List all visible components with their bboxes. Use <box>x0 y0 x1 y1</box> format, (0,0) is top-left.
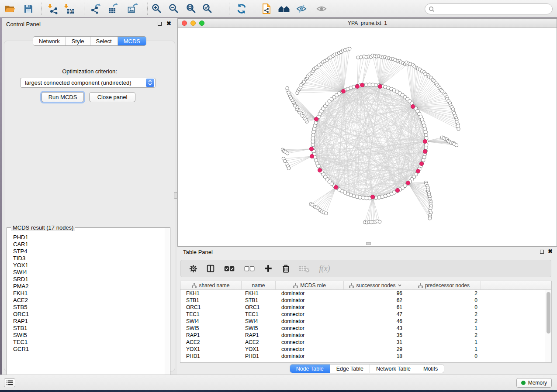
cell: TEC1 <box>180 311 242 317</box>
table-row[interactable]: ACE2ACE2connector311 <box>180 339 551 346</box>
tab-edge-table[interactable]: Edge Table <box>330 364 370 373</box>
mcds-result-item[interactable]: RAP1 <box>13 318 165 325</box>
column-header-shared-name[interactable]: shared name <box>180 281 242 289</box>
close-panel-icon[interactable]: ✖ <box>166 21 171 27</box>
refresh-icon[interactable] <box>236 3 247 14</box>
column-header-successor-nodes[interactable]: successor nodes <box>344 281 407 289</box>
houses-icon[interactable] <box>278 3 290 14</box>
export-network-icon[interactable] <box>90 3 101 14</box>
run-mcds-button[interactable]: Run MCDS <box>42 92 84 102</box>
export-image-icon[interactable] <box>127 3 138 14</box>
gear-icon[interactable] <box>188 263 198 274</box>
status-bar: Memory <box>0 375 557 390</box>
mcds-result-item[interactable]: TEC1 <box>13 339 165 346</box>
tab-motifs[interactable]: Motifs <box>417 364 444 373</box>
table-row[interactable]: YOX1YOX1connector291 <box>180 346 551 353</box>
control-panel-title: Control Panel <box>6 21 41 28</box>
horizontal-splitter-grip[interactable] <box>366 242 371 245</box>
mcds-result-item[interactable]: PMA2 <box>13 283 165 290</box>
table-row[interactable]: SWI4SWI4dominator462 <box>180 318 551 325</box>
mcds-result-item[interactable]: PHD1 <box>13 234 165 241</box>
table-row[interactable]: RAP1RAP1dominator352 <box>180 332 551 339</box>
tab-mcds[interactable]: MCDS <box>118 37 146 45</box>
table-row[interactable]: FKH1FKH1dominator962 <box>180 290 551 297</box>
cell: ACE2 <box>180 339 242 345</box>
table-toolbar: f(x) <box>180 260 551 277</box>
float-table-panel-icon[interactable] <box>540 250 544 254</box>
mcds-result-item[interactable]: SWI5 <box>13 332 165 339</box>
cell: YOX1 <box>180 346 242 352</box>
mcds-result-item[interactable]: SRD1 <box>13 276 165 283</box>
toolbar-separator <box>41 3 42 15</box>
mcds-result-item[interactable]: CAR1 <box>13 241 165 248</box>
cell: TEC1 <box>242 311 276 317</box>
open-folder-icon[interactable] <box>4 3 15 14</box>
mcds-result-item[interactable]: TID3 <box>13 255 165 262</box>
network-window-titlebar[interactable]: YPA_prune.txt_1 <box>178 19 557 28</box>
table-row[interactable]: ORC1ORC1dominator610 <box>180 304 551 311</box>
search-input[interactable] <box>437 6 552 12</box>
tab-style[interactable]: Style <box>66 37 90 45</box>
cell: ORC1 <box>180 304 242 310</box>
document-share-icon[interactable] <box>261 3 272 14</box>
table-scrollbar-thumb[interactable] <box>547 292 550 334</box>
close-table-panel-icon[interactable]: ✖ <box>548 248 553 254</box>
tab-network[interactable]: Network <box>33 37 66 45</box>
mcds-result-item[interactable]: STP4 <box>13 248 165 255</box>
eye-slash-icon[interactable] <box>296 3 307 14</box>
eye-icon[interactable] <box>316 3 327 14</box>
task-history-button[interactable] <box>4 378 15 387</box>
mcds-result-item[interactable]: ORC1 <box>13 311 165 318</box>
tab-node-table[interactable]: Node Table <box>290 364 330 373</box>
mcds-result-item[interactable]: STB5 <box>13 304 165 311</box>
tab-select[interactable]: Select <box>90 37 118 45</box>
table-scrollbar[interactable] <box>546 290 551 362</box>
close-panel-button[interactable]: Close panel <box>89 92 135 102</box>
vertical-splitter-grip[interactable] <box>174 192 177 199</box>
network-view[interactable] <box>178 28 557 246</box>
table-panel-title: Table Panel <box>183 249 213 255</box>
zoom-fit-icon[interactable] <box>186 3 197 14</box>
mcds-result-list[interactable]: PHD1CAR1STP4TID3YOX1SWI4SRD1PMA2FKH1ACE2… <box>7 230 165 388</box>
memory-button[interactable]: Memory <box>516 378 552 388</box>
mcds-result-item[interactable]: FKH1 <box>13 290 165 297</box>
main-toolbar <box>0 0 557 17</box>
column-header-name[interactable]: name <box>242 281 276 289</box>
column-header-predecessor-nodes[interactable]: predecessor nodes <box>407 281 481 289</box>
column-label: name <box>252 282 265 289</box>
column-label: predecessor nodes <box>425 282 470 289</box>
import-network-icon[interactable] <box>48 3 59 14</box>
save-icon[interactable] <box>23 3 34 14</box>
tab-network-table[interactable]: Network Table <box>370 364 417 373</box>
table-row[interactable]: TEC1TEC1connector472 <box>180 311 551 318</box>
mcds-list-scrollbar[interactable] <box>165 228 170 388</box>
search-field[interactable] <box>425 3 553 14</box>
trash-icon[interactable] <box>280 263 291 274</box>
mcds-result-item[interactable]: YOX1 <box>13 262 165 269</box>
zoom-in-icon[interactable] <box>151 3 163 14</box>
table-row[interactable]: SWI5SWI5connector431 <box>180 325 551 332</box>
mcds-result-item[interactable]: SWI4 <box>13 269 165 276</box>
control-panel: Control Panel ✖ NetworkStyleSelectMCDS O… <box>2 18 177 375</box>
selected-criterion: largest connected component (undirected) <box>21 79 146 86</box>
zoom-out-icon[interactable] <box>168 3 180 14</box>
control-panel-tabs: NetworkStyleSelectMCDS <box>33 36 146 46</box>
float-panel-icon[interactable] <box>158 22 162 26</box>
zoom-check-icon[interactable] <box>202 3 213 14</box>
optimization-criterion-select[interactable]: largest connected component (undirected) <box>20 78 156 88</box>
column-header-filler <box>481 281 551 289</box>
export-table-icon[interactable] <box>107 3 119 14</box>
columns-icon[interactable] <box>205 263 216 274</box>
add-icon[interactable] <box>263 263 273 274</box>
deselect-all-icon[interactable] <box>243 263 256 274</box>
import-table-icon[interactable] <box>64 3 75 14</box>
table-row[interactable]: STB1STB1dominator620 <box>180 297 551 304</box>
mcds-result-item[interactable]: ACE2 <box>13 297 165 304</box>
cell: dominator <box>276 318 344 324</box>
mcds-result-item[interactable]: STB1 <box>13 325 165 332</box>
mcds-result-item[interactable]: GCR1 <box>13 346 165 353</box>
table-row[interactable]: PHD1PHD1dominator180 <box>180 353 551 360</box>
cell: ACE2 <box>242 339 276 345</box>
column-header-MCDS-role[interactable]: MCDS role <box>276 281 344 289</box>
select-all-icon[interactable] <box>223 263 236 274</box>
